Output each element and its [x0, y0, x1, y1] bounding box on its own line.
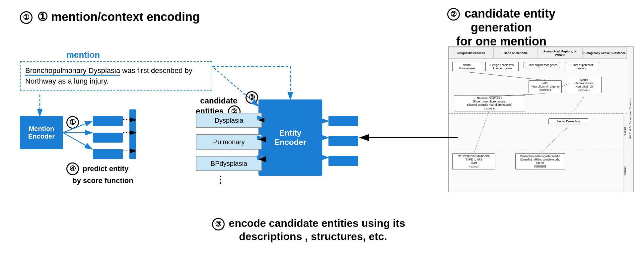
kg-headers: Neoplastic Process Gene or Genome Amino …: [449, 47, 627, 59]
kg-node-genbank: Drosophila melanogaster merlin(Dmerlin) …: [515, 153, 565, 169]
encoding-bar-1: [93, 116, 123, 126]
kg-residues-2: Residues: [623, 150, 626, 192]
badge-3: ③: [246, 91, 259, 104]
kg-divider-1: [449, 113, 627, 114]
mention-encoder-box: Mention Encoder: [20, 116, 63, 149]
svg-line-5: [540, 127, 568, 153]
encoding-bar-3: [93, 149, 123, 159]
entity-encoder-box: Entity Encoder: [258, 99, 322, 176]
kg-cat-3: Amino Acid, Peptide, or Protein: [538, 47, 582, 59]
section-1-title: ① ① mention/context encoding: [20, 10, 200, 24]
kg-node-nf2: NF2(Neurofibromin 2 gene)C0085114: [529, 80, 562, 93]
kg-inner: Neoplastic Process Gene or Genome Amino …: [449, 47, 633, 192]
kg-side-label-1: UMLS: MeSH Concepts and Relations: [628, 99, 632, 140]
diagram-container: ① ① mention/context encoding ② candidate…: [0, 0, 644, 256]
kg-cat-2: Gene or Genome: [493, 47, 538, 59]
svg-line-3: [474, 112, 489, 153]
circle-2: ②: [447, 8, 460, 21]
svg-line-14: [63, 133, 92, 149]
svg-line-4: [568, 97, 584, 118]
out-bar-3: [328, 156, 358, 166]
kg-node-tumor-proteins: Tumor suppressorproteins: [565, 62, 598, 71]
out-bar-2: [328, 136, 358, 146]
encoding-bar-2: [93, 133, 123, 143]
kg-node-nf2-full: Neurofibromatosis 2(Type II neurofibroma…: [454, 95, 525, 111]
kg-node-tumor-genes: Tumor suppressor genes: [524, 62, 560, 68]
svg-line-0: [467, 72, 545, 80]
mention-label: mention: [66, 50, 100, 60]
candidate-box-2: Pulmonary: [196, 134, 262, 150]
kg-node-benign: Benign neoplasmsof cranial nerves: [485, 62, 519, 71]
kg-node-merlin-drosophila: Merlin, Drosophila: [548, 118, 588, 124]
candidate-box-3: BPdysplasia: [196, 156, 262, 171]
circle-1: ①: [20, 11, 33, 24]
kg-node-omim: NEUROFIBROMATOSIS,TYPE II; NF2OMIM#10100…: [452, 153, 495, 169]
kg-node-merlin: Merlin(Schwannomin,Neurofibrin 2)C025412…: [567, 77, 602, 93]
kg-node-neurofibromatoses: Neuro-fibromatoses: [452, 62, 482, 71]
vertical-bar: [129, 109, 136, 159]
mention-text: Bronchopulmonary Dysplasia: [25, 66, 120, 76]
kg-side-labels: UMLS: MeSH Concepts and Relations: [627, 47, 633, 192]
kg-panel: Neoplastic Process Gene or Genome Amino …: [448, 46, 634, 192]
kg-cat-1: Neoplastic Process: [449, 47, 493, 59]
badge-4: ④ predict entity by score function: [66, 162, 133, 185]
badge-1: ①: [66, 116, 80, 129]
kg-residues-1: Residues: [623, 113, 626, 150]
ellipsis: ⋮: [216, 174, 226, 185]
section-3-label: ③ encode candidate entities using its de…: [192, 217, 425, 243]
out-bar-1: [328, 116, 358, 126]
section-2-title: ② candidate entity generationfor one men…: [418, 7, 584, 48]
candidate-box-1: Dysplasia: [196, 113, 262, 128]
kg-cat-4: Biologically Active Substance: [582, 47, 627, 59]
kg-divider-2: [449, 150, 627, 150]
context-box: Bronchopulmonary Dysplasia was first des…: [20, 61, 212, 91]
